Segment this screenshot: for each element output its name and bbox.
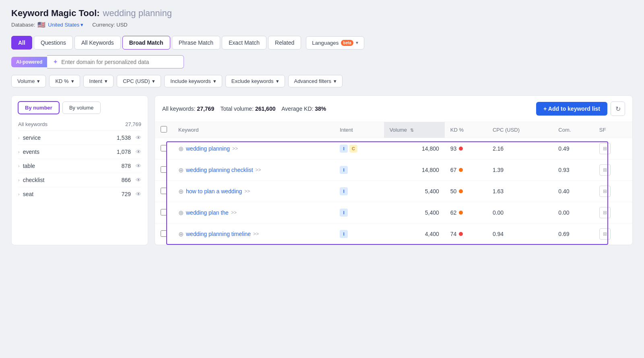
kd-cell: 62 [445,202,487,223]
com-cell: 0.69 [553,223,593,245]
arrow-icon: >> [232,146,238,151]
row-checkbox[interactable] [161,209,167,215]
page-container: Keyword Magic Tool: wedding planning Dat… [0,0,644,253]
sidebar-item-label: table [23,163,35,169]
keyword-link[interactable]: ⊕ wedding planning >> [178,145,328,153]
sidebar-item-label: checklist [23,177,45,183]
us-flag-icon: 🇺🇸 [37,21,45,29]
keyword-link[interactable]: ⊕ wedding plan the >> [178,209,328,217]
add-circle-icon: ⊕ [178,145,184,153]
kd-indicator [459,147,463,151]
sidebar: By number By volume All keywords 27,769 … [11,95,148,245]
volume-filter[interactable]: Volume ▾ [11,75,46,87]
volume-cell: 5,400 [384,181,445,202]
kd-column-header: KD % [445,122,487,138]
sidebar-item-count: 1,538 [117,135,131,141]
total-volume-value: 261,600 [255,106,276,112]
row-checkbox[interactable] [161,188,167,194]
arrow-icon: >> [231,210,237,215]
sf-icon[interactable]: ⊞ [599,164,611,176]
intent-badge-i: I [340,230,348,238]
exclude-keywords-filter[interactable]: Exclude keywords ▾ [225,75,285,87]
tab-exact-match[interactable]: Exact Match [222,36,266,50]
tabs-row: All Questions All Keywords Broad Match P… [11,36,633,50]
volume-column-header[interactable]: Volume ⇅ [384,122,445,138]
all-keywords-label: All keywords [18,121,47,127]
sidebar-item-count: 866 [122,177,131,183]
row-checkbox[interactable] [161,230,167,237]
row-checkbox[interactable] [161,166,167,173]
sidebar-item-count: 1,078 [117,149,131,155]
chevron-right-icon: › [18,149,20,154]
intent-badge-i: I [340,145,348,153]
keyword-link[interactable]: ⊕ wedding planning checklist >> [178,166,328,174]
sidebar-item-left: › table [18,163,35,169]
keyword-link[interactable]: ⊕ wedding planning timeline >> [178,230,328,238]
cpc-filter-label: CPC (USD) [123,78,150,84]
sf-icon[interactable]: ⊞ [599,143,611,154]
select-all-checkbox[interactable] [161,126,167,132]
eye-icon[interactable]: 👁 [136,177,141,183]
add-circle-icon: ⊕ [178,188,184,195]
stats-text: All keywords: 27,769 Total volume: 261,6… [162,106,326,112]
cpc-cell: 1.63 [487,181,553,202]
sidebar-item-seat[interactable]: › seat 729 👁 [12,187,148,201]
row-checkbox[interactable] [161,145,167,151]
intent-filter-label: Intent [89,78,103,84]
volume-cell: 5,400 [384,202,445,223]
tab-broad-match[interactable]: Broad Match [122,36,170,50]
sidebar-item-right: 866 👁 [122,177,141,183]
volume-filter-label: Volume [17,78,35,84]
intent-filter[interactable]: Intent ▾ [83,75,114,87]
sidebar-item-service[interactable]: › service 1,538 👁 [12,131,148,145]
kd-indicator [459,168,463,172]
tab-all[interactable]: All [11,36,32,50]
currency-label: Currency: USD [92,22,127,28]
refresh-button[interactable]: ↻ [611,101,625,116]
sidebar-item-events[interactable]: › events 1,078 👁 [12,145,148,159]
kd-indicator [459,211,463,215]
com-column-header: Com. [553,122,593,138]
tab-all-keywords[interactable]: All Keywords [74,36,121,50]
tab-languages[interactable]: Languages beta ▾ [306,36,364,50]
eye-icon[interactable]: 👁 [136,135,141,141]
sf-icon[interactable]: ⊞ [599,186,611,197]
eye-icon[interactable]: 👁 [136,163,141,169]
sf-icon[interactable]: ⊞ [599,228,611,240]
sidebar-item-left: › checklist [18,177,44,183]
com-cell: 0.49 [553,138,593,159]
page-title-tool: Keyword Magic Tool: [11,8,100,19]
database-link[interactable]: United States ▾ [48,22,83,28]
eye-icon[interactable]: 👁 [136,191,141,197]
by-number-button[interactable]: By number [18,101,59,114]
ai-input-wrapper[interactable]: ✦ [47,55,184,68]
include-keywords-filter[interactable]: Include keywords ▾ [164,75,222,87]
cpc-cell: 1.39 [487,159,553,181]
checkbox-header [155,122,173,138]
tab-phrase-match[interactable]: Phrase Match [172,36,220,50]
sidebar-header: All keywords 27,769 [12,118,148,130]
keyword-link[interactable]: ⊕ how to plan a wedding >> [178,188,328,195]
kd-filter[interactable]: KD % ▾ [49,75,80,87]
advanced-filters-label: Advanced filters [294,78,332,84]
avg-kd-label: Average KD: [281,106,313,112]
sidebar-item-checklist[interactable]: › checklist 866 👁 [12,173,148,187]
ai-domain-input[interactable] [61,59,178,65]
com-cell: 0.40 [553,181,593,202]
add-to-keyword-list-button[interactable]: + Add to keyword list [536,102,607,116]
by-volume-button[interactable]: By volume [62,101,101,114]
advanced-filters-filter[interactable]: Advanced filters ▾ [288,75,343,87]
eye-icon[interactable]: 👁 [136,149,141,155]
tab-questions[interactable]: Questions [34,36,73,50]
sidebar-item-right: 1,078 👁 [117,149,141,155]
database-value: United States [48,22,79,28]
tab-related[interactable]: Related [268,36,301,50]
sf-icon[interactable]: ⊞ [599,207,611,218]
kd-cell: 67 [445,159,487,181]
sidebar-item-table[interactable]: › table 878 👁 [12,159,148,173]
avg-kd-value: 38% [315,106,326,112]
cpc-filter[interactable]: CPC (USD) ▾ [117,75,161,87]
table-area: All keywords: 27,769 Total volume: 261,6… [155,95,633,245]
kd-indicator [459,232,463,236]
page-title-query: wedding planning [103,8,172,19]
